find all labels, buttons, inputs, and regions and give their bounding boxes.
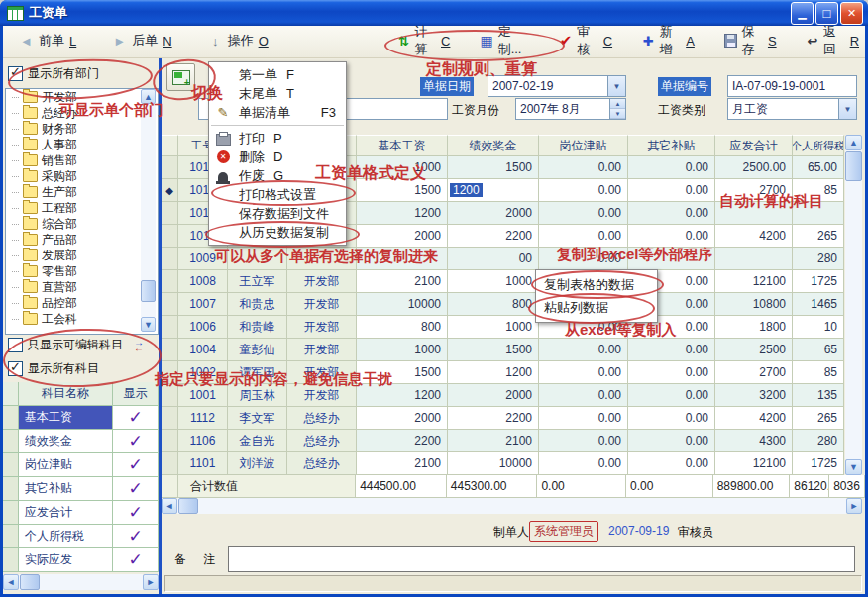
value-cell[interactable]: 1500 xyxy=(357,361,448,384)
tree-item-生产部[interactable]: 生产部 xyxy=(6,184,158,200)
menu-item-第一单[interactable]: 第一单F xyxy=(209,65,346,84)
department[interactable]: 开发部 xyxy=(287,270,357,293)
value-cell[interactable] xyxy=(715,202,793,225)
value-cell[interactable]: 0.00 xyxy=(539,430,628,452)
salary-type-combobox[interactable]: 月工资 ▼ xyxy=(727,98,857,120)
value-cell[interactable] xyxy=(628,248,715,270)
scroll-track[interactable] xyxy=(177,498,846,514)
toolbar-button-新增[interactable]: ✚新增A xyxy=(636,29,701,52)
menu-item-从历史数据复制[interactable]: 从历史数据复制 xyxy=(209,223,346,242)
value-cell[interactable]: 1200 xyxy=(448,179,539,202)
value-cell[interactable]: 1000 xyxy=(448,270,539,293)
value-cell[interactable]: 2200 xyxy=(448,407,539,430)
employee-id[interactable]: 1004 xyxy=(178,339,228,361)
department[interactable] xyxy=(287,248,357,270)
menu-item-打印格式设置[interactable]: 打印格式设置 xyxy=(209,185,346,204)
value-cell[interactable]: 4300 xyxy=(715,430,793,452)
value-cell[interactable] xyxy=(793,202,844,225)
value-cell[interactable]: 0.00 xyxy=(628,179,715,202)
value-cell[interactable]: 1200 xyxy=(357,384,448,407)
value-cell[interactable]: 0.00 xyxy=(628,430,715,452)
value-cell[interactable]: 10000 xyxy=(357,293,448,316)
maximize-button[interactable] xyxy=(815,2,838,25)
value-cell[interactable]: 0.00 xyxy=(628,407,715,430)
department[interactable]: 总经办 xyxy=(287,430,357,452)
menu-item-末尾单[interactable]: 末尾单T xyxy=(209,84,346,103)
value-cell[interactable]: 1725 xyxy=(793,452,844,475)
value-cell[interactable]: 1800 xyxy=(715,316,793,339)
employee-name[interactable]: 和贵峰 xyxy=(228,316,287,339)
grid-row-1009[interactable]: 1009000.00280 xyxy=(162,248,865,270)
memo-input[interactable] xyxy=(228,546,855,572)
checkbox-icon[interactable] xyxy=(8,66,23,81)
value-cell[interactable]: 0.00 xyxy=(628,156,715,179)
value-cell[interactable]: 280 xyxy=(793,430,844,452)
department[interactable]: 开发部 xyxy=(287,384,357,407)
value-cell[interactable]: 2000 xyxy=(357,225,448,248)
tree-item-总经办[interactable]: 总经办 xyxy=(6,105,158,121)
value-cell[interactable]: 800 xyxy=(448,293,539,316)
tree-item-开发部[interactable]: 开发部 xyxy=(6,89,158,105)
tree-item-工会科[interactable]: 工会科 xyxy=(6,311,158,327)
subject-show-cell[interactable]: ✓ xyxy=(113,430,159,453)
value-cell[interactable]: 1465 xyxy=(793,293,844,316)
grid-row-1004[interactable]: 1004童彭仙开发部100015000.000.00250065 xyxy=(162,339,865,361)
value-cell[interactable]: 0.00 xyxy=(628,361,715,384)
value-cell[interactable]: 1200 xyxy=(357,202,448,225)
value-cell[interactable] xyxy=(357,248,448,270)
employee-name[interactable]: 王立军 xyxy=(228,270,287,293)
employee-name[interactable]: 童彭仙 xyxy=(228,339,287,361)
value-cell[interactable]: 0.00 xyxy=(539,339,628,361)
value-cell[interactable]: 0.00 xyxy=(539,248,628,270)
employee-id[interactable]: 1007 xyxy=(178,293,228,316)
salary-month-spinner[interactable]: 2007年 8月 ▲▼ xyxy=(515,98,626,120)
subject-row-基本工资[interactable]: 基本工资✓ xyxy=(3,406,159,430)
scroll-down-icon[interactable]: ▼ xyxy=(845,459,862,475)
value-cell[interactable]: 265 xyxy=(793,225,844,248)
employee-id[interactable]: 1101 xyxy=(178,452,228,475)
toolbar-button-后单[interactable]: ►后单N xyxy=(106,29,177,52)
value-cell[interactable]: 12100 xyxy=(715,270,793,293)
employee-name[interactable] xyxy=(228,248,287,270)
value-cell[interactable]: 10800 xyxy=(715,293,793,316)
grid-row-1008[interactable]: 1008王立军开发部210010000.00121001725 xyxy=(162,270,865,293)
subject-row-应发合计[interactable]: 应发合计✓ xyxy=(3,501,159,525)
employee-id[interactable]: 1008 xyxy=(178,270,228,293)
only-editable-subjects-checkbox[interactable]: 只显示可编辑科目 →← xyxy=(8,337,144,353)
value-cell[interactable]: 280 xyxy=(793,248,844,270)
department[interactable]: 开发部 xyxy=(287,293,357,316)
department[interactable]: 开发部 xyxy=(287,361,357,384)
swap-arrows-icon[interactable]: →← xyxy=(134,340,144,351)
department[interactable]: 开发部 xyxy=(287,339,357,361)
value-cell[interactable]: 1725 xyxy=(793,270,844,293)
value-cell[interactable]: 2200 xyxy=(357,430,448,452)
value-cell[interactable]: 85 xyxy=(793,179,844,202)
tree-item-品控部[interactable]: 品控部 xyxy=(6,295,158,311)
value-cell[interactable] xyxy=(715,248,793,270)
value-cell[interactable]: 0.00 xyxy=(539,179,628,202)
value-cell[interactable]: 0.00 xyxy=(628,225,715,248)
menu-item-打印[interactable]: 打印P xyxy=(209,129,346,148)
menu-item-单据清单[interactable]: 单据清单F3 xyxy=(209,103,346,122)
value-cell[interactable]: 2100 xyxy=(357,270,448,293)
minimize-button[interactable] xyxy=(791,2,814,25)
grid-row-1106[interactable]: 1106金自光总经办220021000.000.004300280 xyxy=(162,430,865,452)
value-cell[interactable]: 135 xyxy=(793,384,844,407)
scroll-thumb[interactable] xyxy=(178,498,198,514)
grid-horizontal-scrollbar[interactable]: ◄► xyxy=(162,498,862,514)
subject-row-实际应发[interactable]: 实际应发✓ xyxy=(3,548,159,572)
chevron-down-icon[interactable]: ▼ xyxy=(607,76,625,96)
doc-date-combobox[interactable]: 2007-02-19 ▼ xyxy=(488,75,626,97)
scroll-left-icon[interactable]: ◄ xyxy=(3,574,19,590)
value-cell[interactable]: 10000 xyxy=(448,452,539,475)
scroll-up-icon[interactable]: ▲ xyxy=(141,89,156,104)
menu-item-删除[interactable]: 删除D xyxy=(209,148,346,166)
show-all-subjects-checkbox[interactable]: 显示所有科目 xyxy=(8,360,99,377)
spinner-buttons[interactable]: ▲▼ xyxy=(609,99,625,119)
tree-item-工程部[interactable]: 工程部 xyxy=(6,200,158,216)
value-cell[interactable]: 0.00 xyxy=(539,452,628,475)
value-cell[interactable]: 85 xyxy=(793,361,844,384)
value-cell[interactable]: 65 xyxy=(793,339,844,361)
scroll-right-icon[interactable]: ► xyxy=(143,574,159,590)
value-cell[interactable]: 0.00 xyxy=(539,202,628,225)
